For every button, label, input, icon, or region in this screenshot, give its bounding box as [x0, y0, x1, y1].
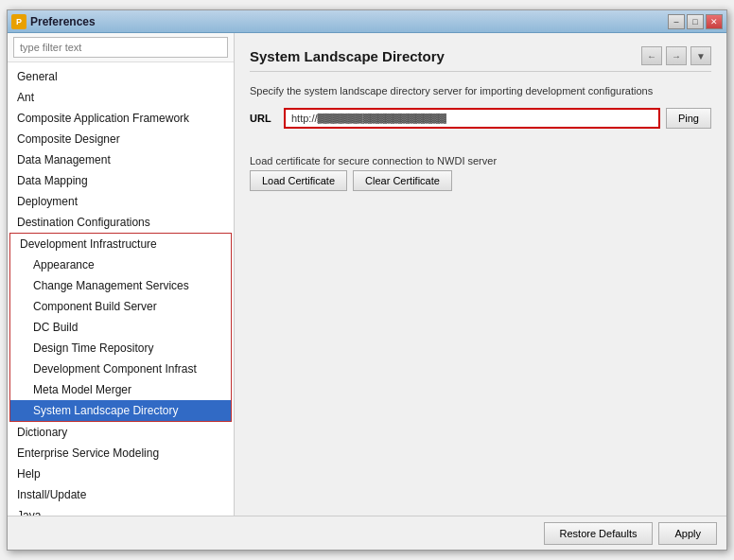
dev-infra-group: Development Infrastructure Appearance Ch…: [9, 233, 232, 422]
bottom-bar: Restore Defaults Apply: [8, 516, 726, 550]
nav-menu-button[interactable]: ▼: [690, 46, 711, 65]
close-button[interactable]: ✕: [706, 14, 723, 29]
cert-description: Load certificate for secure connection t…: [250, 155, 711, 166]
maximize-button[interactable]: □: [687, 14, 704, 29]
tree-item-component-build[interactable]: Component Build Server: [10, 296, 231, 317]
tree-item-help[interactable]: Help: [8, 464, 234, 484]
tree: General Ant Composite Application Framew…: [8, 62, 234, 516]
apply-button[interactable]: Apply: [658, 522, 717, 545]
tree-item-meta-model[interactable]: Meta Model Merger: [10, 379, 231, 400]
filter-wrapper: [8, 33, 234, 62]
panel-title-text: System Landscape Directory: [250, 48, 445, 64]
tree-item-data-management[interactable]: Data Management: [8, 149, 234, 170]
tree-item-data-mapping[interactable]: Data Mapping: [8, 170, 234, 191]
ping-button[interactable]: Ping: [666, 108, 711, 129]
url-input[interactable]: [284, 108, 660, 129]
tree-item-enterprise-service[interactable]: Enterprise Service Modeling: [8, 443, 234, 464]
preferences-window: P Preferences – □ ✕ General Ant Composit…: [7, 9, 727, 551]
url-row: URL Ping: [250, 108, 711, 129]
tree-item-caf[interactable]: Composite Application Framework: [8, 108, 234, 129]
tree-item-change-mgmt[interactable]: Change Management Services: [10, 275, 231, 296]
minimize-button[interactable]: –: [668, 14, 685, 29]
filter-input[interactable]: [13, 37, 228, 58]
left-panel: General Ant Composite Application Framew…: [8, 33, 235, 516]
window-controls: – □ ✕: [668, 14, 723, 29]
restore-defaults-button[interactable]: Restore Defaults: [544, 522, 654, 545]
tree-item-ant[interactable]: Ant: [8, 87, 234, 108]
panel-title-row: System Landscape Directory ← → ▼: [250, 46, 711, 72]
tree-item-system-landscape[interactable]: System Landscape Directory: [10, 400, 231, 421]
dev-infra-header[interactable]: Development Infrastructure: [10, 234, 231, 254]
tree-item-dev-component-infrast[interactable]: Development Component Infrast: [10, 359, 231, 379]
load-certificate-button[interactable]: Load Certificate: [250, 170, 347, 191]
tree-item-install-update[interactable]: Install/Update: [8, 484, 234, 505]
tree-item-appearance[interactable]: Appearance: [10, 254, 231, 275]
tree-item-composite-designer[interactable]: Composite Designer: [8, 129, 234, 149]
url-label: URL: [250, 113, 278, 124]
window-title: Preferences: [30, 15, 668, 28]
main-content: General Ant Composite Application Framew…: [8, 33, 726, 516]
tree-item-deployment[interactable]: Deployment: [8, 191, 234, 212]
panel-nav: ← → ▼: [641, 46, 711, 65]
tree-item-general[interactable]: General: [8, 66, 234, 87]
cert-buttons: Load Certificate Clear Certificate: [250, 170, 711, 191]
cert-section: Load certificate for secure connection t…: [250, 149, 711, 191]
title-bar: P Preferences – □ ✕: [8, 10, 726, 33]
tree-item-dc-build[interactable]: DC Build: [10, 317, 231, 338]
tree-item-java[interactable]: Java: [8, 505, 234, 516]
nav-forward-button[interactable]: →: [666, 46, 687, 65]
url-description: Specify the system landscape directory s…: [250, 85, 711, 96]
tree-item-design-time[interactable]: Design Time Repository: [10, 338, 231, 359]
nav-back-button[interactable]: ←: [641, 46, 662, 65]
tree-item-dictionary[interactable]: Dictionary: [8, 422, 234, 443]
window-icon: P: [11, 14, 26, 29]
right-panel: System Landscape Directory ← → ▼ Specify…: [235, 33, 726, 516]
tree-item-destination-configs[interactable]: Destination Configurations: [8, 212, 234, 233]
clear-certificate-button[interactable]: Clear Certificate: [353, 170, 452, 191]
